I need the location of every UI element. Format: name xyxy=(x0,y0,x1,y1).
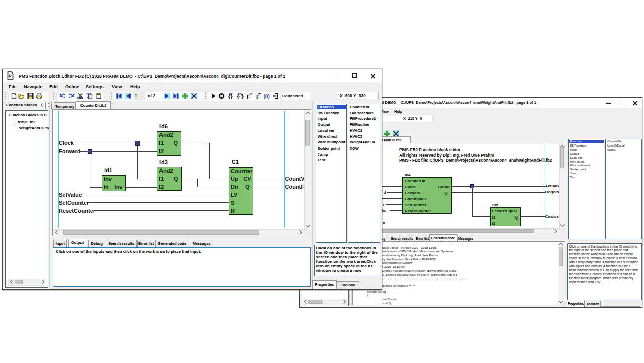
svg-text:{}: {} xyxy=(228,93,233,99)
svg-text:{·}: {·} xyxy=(237,93,244,99)
svg-text:(0): (0) xyxy=(264,94,270,99)
svg-text:F: F xyxy=(256,94,260,99)
